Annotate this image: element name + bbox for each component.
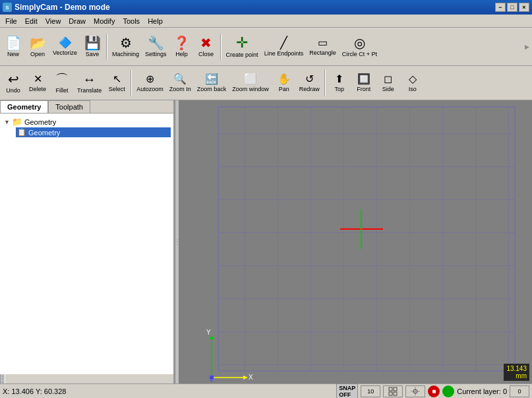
- save-button[interactable]: 💾 Save: [80, 30, 104, 64]
- snap-button[interactable]: SNAPOFF: [336, 383, 358, 399]
- app-icon: S: [3, 3, 12, 12]
- layer-value-button[interactable]: 0: [510, 385, 529, 397]
- menu-bar: File Edit View Draw Modify Tools Help: [0, 15, 532, 28]
- status-btn-grid[interactable]: [383, 385, 403, 397]
- front-button[interactable]: 🔲 Front: [352, 66, 376, 100]
- rectangle-button[interactable]: ▭ Rectangle: [307, 30, 339, 64]
- canvas-area[interactable]: Y X Z 13.143 mm: [179, 100, 532, 383]
- close-button[interactable]: ×: [519, 3, 529, 12]
- line-endpoints-button[interactable]: ╱ Line Endpoints: [262, 30, 307, 64]
- help-button[interactable]: ❓ Help: [170, 30, 194, 64]
- vectorize-button[interactable]: 🔷 Vectorize: [50, 30, 80, 64]
- fillet-button[interactable]: ⌒ Fillet: [50, 66, 74, 100]
- svg-rect-12: [394, 387, 397, 391]
- svg-rect-11: [389, 387, 392, 391]
- tb1-sep1: [106, 34, 107, 60]
- svg-text:Z: Z: [210, 377, 214, 383]
- menu-edit[interactable]: Edit: [21, 17, 42, 26]
- open-icon: 📂: [30, 36, 46, 50]
- close-tool-button[interactable]: ✖ Close: [194, 30, 218, 64]
- side-icon: ◻: [384, 74, 392, 84]
- create-point-icon: ✛: [236, 36, 248, 50]
- top-icon: ⬆: [335, 74, 343, 84]
- translate-button[interactable]: ↔ Translate: [74, 66, 104, 100]
- main-area: Geometry Toolpath ▼ 📁 Geometry 📋 Geometr…: [0, 100, 532, 383]
- settings-button[interactable]: 🔧 Settings: [142, 30, 169, 64]
- line-endpoints-icon: ╱: [280, 37, 287, 49]
- circle-ct-pt-button[interactable]: ◎ Circle Ct + Pt: [340, 30, 380, 64]
- grid-icon: [388, 387, 398, 396]
- new-button[interactable]: 📄 New: [1, 30, 25, 64]
- tree-item-icon: 📋: [17, 128, 26, 137]
- menu-modify[interactable]: Modify: [90, 17, 119, 26]
- help-icon: ❓: [173, 36, 190, 50]
- tab-geometry[interactable]: Geometry: [0, 100, 48, 113]
- select-icon: ↖: [113, 74, 121, 84]
- front-icon: 🔲: [357, 74, 370, 84]
- status-btn-snap-grid[interactable]: [405, 385, 425, 397]
- resize-handle[interactable]: [0, 374, 5, 383]
- zoom-unit: mm: [516, 372, 527, 380]
- tree-root-label: Geometry: [24, 118, 56, 126]
- title-bar-controls: − □ ×: [495, 3, 529, 12]
- tb2-sep2: [324, 70, 326, 96]
- title-bar-left: S SimplyCam - Demo mode: [3, 3, 110, 12]
- status-coords: X: 13.406 Y: 60.328: [3, 387, 331, 395]
- menu-help[interactable]: Help: [144, 17, 167, 26]
- tab-toolpath[interactable]: Toolpath: [48, 100, 90, 113]
- create-point-button[interactable]: ✛ Create point: [223, 30, 261, 64]
- toolbar1: 📄 New 📂 Open 🔷 Vectorize 💾 Save ⚙ Machin…: [0, 28, 532, 66]
- toolbar2: ↩ Undo ✕ Delete ⌒ Fillet ↔ Translate ↖ S…: [0, 66, 532, 100]
- status-bar: X: 13.406 Y: 60.328 SNAPOFF 10 ■ Current…: [0, 383, 532, 398]
- open-button[interactable]: 📂 Open: [26, 30, 49, 64]
- tb1-sep2: [220, 34, 222, 60]
- autozoom-button[interactable]: ⊕ Autozoom: [134, 66, 166, 100]
- menu-view[interactable]: View: [42, 17, 65, 26]
- rectangle-icon: ▭: [318, 38, 328, 48]
- fillet-icon: ⌒: [55, 73, 69, 86]
- menu-file[interactable]: File: [1, 17, 21, 26]
- redraw-button[interactable]: ↺ Redraw: [297, 66, 322, 100]
- svg-marker-7: [243, 376, 248, 380]
- maximize-button[interactable]: □: [507, 3, 517, 12]
- side-button[interactable]: ◻ Side: [376, 66, 400, 100]
- zoom-in-button[interactable]: 🔍 Zoom In: [167, 66, 194, 100]
- snap-grid-icon: [411, 387, 420, 396]
- zoom-window-button[interactable]: ⬜ Zoom window: [229, 66, 272, 100]
- tb2-sep1: [131, 70, 132, 96]
- tree-root-expand: ▼ 📁 Geometry: [3, 116, 171, 127]
- panel-tabs: Geometry Toolpath: [0, 100, 173, 114]
- top-button[interactable]: ⬆ Top: [328, 66, 351, 100]
- undo-button[interactable]: ↩ Undo: [1, 66, 25, 100]
- tree-expand-icon: ▼: [4, 119, 10, 125]
- vectorize-icon: 🔷: [59, 38, 72, 48]
- tree-item-geometry[interactable]: 📋 Geometry: [16, 127, 171, 137]
- stop-button[interactable]: ■: [428, 385, 440, 397]
- minimize-button[interactable]: −: [495, 3, 506, 12]
- circle-ct-pt-icon: ◎: [354, 36, 365, 50]
- close-tool-icon: ✖: [200, 36, 212, 50]
- current-layer-label: Current layer: 0: [457, 387, 507, 395]
- zoom-value: 13.143: [506, 365, 527, 372]
- grid-svg: Y X Z: [179, 100, 532, 383]
- status-btn-10[interactable]: 10: [361, 385, 380, 397]
- zoom-indicator: 13.143 mm: [504, 364, 529, 381]
- new-icon: 📄: [5, 36, 22, 50]
- zoom-back-icon: 🔙: [205, 74, 218, 84]
- delete-button[interactable]: ✕ Delete: [26, 66, 49, 100]
- zoom-back-button[interactable]: 🔙 Zoom back: [194, 66, 229, 100]
- zoom-in-icon: 🔍: [173, 74, 187, 84]
- machining-button[interactable]: ⚙ Machining: [109, 30, 142, 64]
- menu-draw[interactable]: Draw: [65, 17, 90, 26]
- redraw-icon: ↺: [305, 74, 314, 84]
- select-button[interactable]: ↖ Select: [105, 66, 129, 100]
- pan-button[interactable]: ✋ Pan: [272, 66, 296, 100]
- panel-content: ▼ 📁 Geometry 📋 Geometry: [0, 114, 173, 374]
- iso-button[interactable]: ◇ Iso: [401, 66, 425, 100]
- undo-icon: ↩: [8, 73, 19, 86]
- menu-tools[interactable]: Tools: [119, 17, 144, 26]
- translate-icon: ↔: [83, 73, 96, 86]
- machining-icon: ⚙: [120, 36, 132, 50]
- toolbar1-expand[interactable]: ▶: [523, 42, 531, 51]
- left-panel: Geometry Toolpath ▼ 📁 Geometry 📋 Geometr…: [0, 100, 175, 383]
